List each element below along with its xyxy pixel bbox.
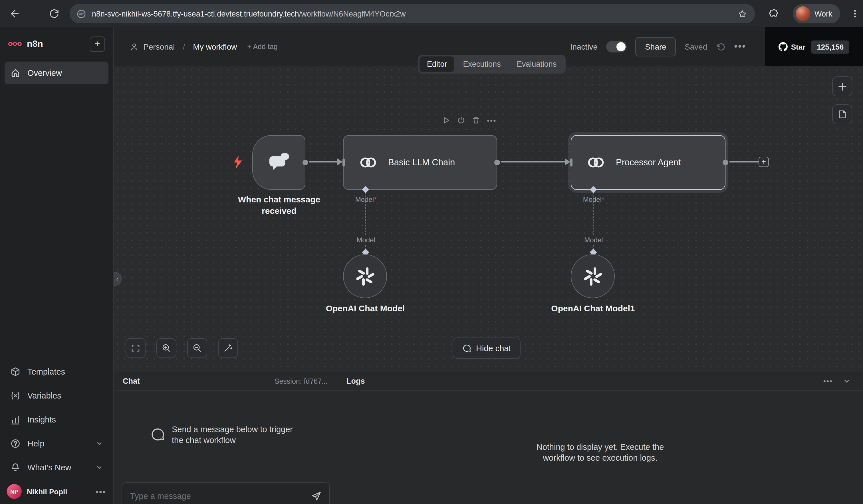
hide-chat-button[interactable]: Hide chat (453, 337, 521, 359)
bell-icon (10, 462, 21, 473)
node-more-kebab-icon[interactable]: ••• (487, 116, 496, 125)
add-tag-button[interactable]: + Add tag (247, 43, 277, 51)
chat-header: Chat Session: fd767... (114, 372, 337, 390)
node-basic-llm-chain[interactable]: Basic LLM Chain (343, 135, 497, 190)
output-port[interactable] (302, 160, 308, 165)
logo-row: n8n + (0, 27, 113, 61)
sidebar-item-label: What's New (27, 463, 71, 472)
model-connection-label: Model (354, 235, 377, 245)
node-label-openai2: OpenAI Chat Model1 (530, 303, 656, 314)
openai-logo-icon (582, 266, 603, 287)
zoom-in-button[interactable] (157, 338, 176, 358)
hide-chat-label: Hide chat (476, 344, 511, 353)
github-widget[interactable]: Star 125,156 (765, 27, 863, 66)
node-openai-chat-model1[interactable] (571, 254, 615, 298)
user-menu[interactable]: NP Nikhil Popli ••• (0, 479, 113, 504)
output-port[interactable] (723, 160, 728, 165)
node-processor-agent[interactable]: Processor Agent (571, 135, 725, 190)
connection-line[interactable] (309, 161, 338, 163)
breadcrumb-project[interactable]: Personal (143, 42, 175, 51)
logs-panel: Logs ••• Nothing to display yet. Execute… (337, 372, 863, 504)
execute-node-icon[interactable] (442, 116, 450, 124)
sidebar-bottom-group: Templates Variables Insights Help (0, 359, 113, 479)
user-name: Nikhil Popli (27, 487, 67, 496)
variables-icon (10, 390, 21, 401)
sidebar-item-help[interactable]: Help (4, 432, 109, 455)
logs-empty-message: Nothing to display yet. Execute the work… (337, 442, 863, 464)
chat-bubble-icon (462, 344, 472, 353)
sidebar-item-label: Overview (27, 68, 62, 78)
output-port[interactable] (494, 160, 500, 165)
logs-more-kebab-icon[interactable]: ••• (823, 377, 833, 385)
saved-status: Saved (685, 42, 707, 51)
sidebar-item-insights[interactable]: Insights (4, 408, 109, 431)
github-octocat-icon (778, 42, 788, 51)
add-workflow-button[interactable]: + (90, 36, 105, 52)
toggle-knob (616, 42, 626, 51)
box-icon (10, 366, 21, 377)
main-area: Personal / My workflow + Add tag Inactiv… (114, 27, 863, 504)
chat-session-id[interactable]: Session: fd767... (275, 377, 328, 385)
header-actions: Inactive Share Saved ••• (570, 37, 746, 56)
bookmark-star-icon[interactable] (737, 9, 747, 18)
browser-menu-kebab-icon[interactable] (848, 7, 862, 20)
activation-toggle[interactable] (606, 41, 627, 52)
logs-title: Logs (347, 377, 365, 385)
browser-profile-chip[interactable]: Work (793, 4, 840, 23)
tab-editor[interactable]: Editor (420, 56, 455, 72)
zoom-out-button[interactable] (187, 338, 207, 358)
connection-arrow (337, 158, 342, 165)
zoom-to-fit-add-button[interactable] (832, 76, 852, 96)
workflow-canvas[interactable]: ••• When chat message received (114, 66, 863, 372)
logo-text: n8n (27, 39, 43, 49)
screen: n8n-svc-nikhil-ws-5678.tfy-usea1-ctl.dev… (0, 0, 863, 504)
tidy-up-wand-button[interactable] (218, 338, 238, 358)
sidebar-item-overview[interactable]: Overview (4, 62, 109, 85)
sidebar-item-label: Insights (27, 415, 56, 424)
github-star-button[interactable]: Star (778, 42, 805, 51)
add-connected-node-button[interactable]: + (759, 157, 769, 167)
chat-message-input[interactable] (122, 491, 307, 501)
share-button[interactable]: Share (635, 37, 676, 56)
chevron-down-icon (96, 464, 103, 471)
workflow-name[interactable]: My workflow (193, 42, 237, 51)
sidebar-item-whats-new[interactable]: What's New (4, 456, 109, 479)
github-star-label: Star (791, 42, 805, 51)
sticky-note-button[interactable] (832, 104, 852, 124)
send-message-icon[interactable] (307, 490, 326, 502)
breadcrumb-separator: / (183, 42, 185, 51)
input-port (570, 158, 573, 167)
connection-arrow (565, 158, 570, 165)
node-openai-chat-model[interactable] (343, 254, 387, 298)
model-connection-label: Model (582, 235, 605, 245)
tab-executions[interactable]: Executions (456, 56, 508, 72)
view-tabs: Editor Executions Evaluations (418, 55, 566, 74)
activation-status-label: Inactive (570, 42, 598, 51)
workflow-menu-kebab-icon[interactable]: ••• (734, 41, 746, 52)
user-kebab-icon[interactable]: ••• (95, 487, 106, 496)
extensions-icon[interactable] (766, 7, 780, 20)
chevron-down-icon (96, 440, 103, 447)
trigger-bolt-icon (234, 156, 243, 169)
sidebar-item-variables[interactable]: Variables (4, 384, 109, 407)
sidebar-item-templates[interactable]: Templates (4, 360, 109, 383)
home-icon (10, 68, 21, 78)
node-chat-trigger[interactable] (252, 135, 305, 190)
back-icon[interactable] (8, 7, 22, 20)
url-bar[interactable]: n8n-svc-nikhil-ws-5678.tfy-usea1-ctl.dev… (70, 4, 755, 23)
app-window: n8n-svc-nikhil-ws-5678.tfy-usea1-ctl.dev… (0, 0, 863, 504)
reload-icon[interactable] (47, 7, 61, 20)
fit-view-button[interactable] (126, 338, 146, 358)
bar-chart-icon (10, 414, 21, 425)
input-port (342, 158, 345, 167)
tab-evaluations[interactable]: Evaluations (510, 56, 564, 72)
logs-collapse-chevron-icon[interactable] (843, 377, 850, 385)
github-star-count[interactable]: 125,156 (811, 40, 849, 53)
connection-line[interactable] (501, 161, 566, 163)
bottom-panel: Chat Session: fd767... Send a message be… (114, 372, 863, 504)
chat-empty-message: Send a message below to trigger the chat… (172, 424, 293, 446)
delete-node-icon[interactable] (472, 116, 480, 124)
site-info-icon[interactable] (76, 9, 86, 18)
deactivate-node-icon[interactable] (457, 116, 465, 124)
history-icon[interactable] (716, 42, 725, 52)
